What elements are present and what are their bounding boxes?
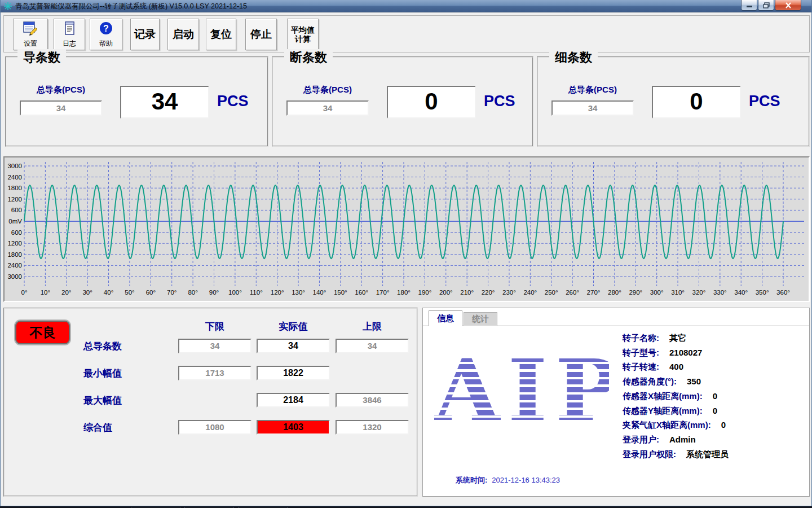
close-button[interactable]	[775, 0, 801, 11]
svg-text:360°: 360°	[776, 289, 790, 296]
toolbar-button-label: 帮助	[99, 39, 113, 49]
minimize-button[interactable]	[741, 0, 757, 11]
status-badge[interactable]: 不良	[15, 321, 70, 344]
svg-text:1800: 1800	[7, 251, 22, 258]
counter-field-label: 总导条(PCS)	[286, 85, 369, 95]
counter-thin-bars: 细条数总导条(PCS)340PCS	[537, 56, 810, 147]
info-field-label: 传感器X轴距离(mm):	[623, 391, 703, 401]
info-field-value: 系统管理员	[686, 449, 729, 459]
toolbar-button-label: 记录	[134, 27, 156, 42]
info-field-login-role: 登录用户权限:系统管理员	[623, 449, 729, 463]
svg-text:110°: 110°	[250, 289, 263, 296]
svg-text:180°: 180°	[397, 289, 411, 296]
info-field-label: 登录用户:	[623, 435, 659, 444]
tab-stats[interactable]: 统计	[464, 312, 497, 326]
svg-text:90°: 90°	[209, 289, 219, 296]
svg-text:?: ?	[103, 24, 109, 33]
toolbar-button-record[interactable]: 记录	[130, 19, 160, 50]
svg-text:170°: 170°	[376, 289, 390, 296]
app-icon	[3, 2, 12, 11]
svg-text:310°: 310°	[671, 289, 685, 296]
svg-text:190°: 190°	[418, 289, 431, 296]
info-field-value: 2108027	[669, 348, 702, 357]
svg-text:30°: 30°	[82, 289, 92, 296]
svg-text:340°: 340°	[734, 289, 748, 296]
svg-text:260°: 260°	[566, 289, 579, 296]
svg-text:10°: 10°	[41, 289, 50, 296]
total-bars-upper-limit[interactable]: 34	[336, 339, 409, 353]
svg-text:1800: 1800	[7, 185, 22, 191]
svg-text:600: 600	[11, 229, 22, 236]
svg-text:60°: 60°	[146, 289, 156, 296]
total-bars-lower-limit[interactable]: 34	[178, 339, 251, 353]
counter-display: 0	[652, 86, 741, 119]
svg-text:0mV: 0mV	[8, 218, 22, 225]
counter-display: 34	[120, 86, 209, 119]
svg-text:40°: 40°	[104, 289, 113, 296]
toolbar-button-label: 日志	[63, 39, 76, 49]
tab-info[interactable]: 信息	[429, 310, 462, 326]
settings-form-icon	[23, 20, 38, 38]
info-field-value: 400	[669, 362, 683, 371]
app-window: 青岛艾普智能仪器有限公司--转子测试系统 (新板) V15.0.0 LSY 20…	[0, 0, 812, 506]
toolbar-button-help[interactable]: ?帮助	[90, 19, 122, 50]
counter-title: 断条数	[284, 49, 333, 66]
counter-total-input[interactable]: 34	[551, 100, 634, 116]
toolbar-button-start[interactable]: 启动	[167, 19, 199, 50]
toolbar-button-label: 设置	[24, 39, 37, 49]
help-icon: ?	[98, 20, 114, 38]
svg-text:270°: 270°	[587, 289, 601, 296]
svg-text:3000: 3000	[7, 163, 22, 169]
system-time-value: 2021-12-16 13:43:23	[492, 476, 560, 484]
svg-text:2400: 2400	[7, 262, 22, 269]
info-field-sensor-angle: 传感器角度(°):350	[623, 376, 701, 391]
info-field-label: 夹紧气缸X轴距离(mm):	[623, 420, 711, 430]
svg-text:200°: 200°	[439, 289, 453, 296]
counter-total-input[interactable]: 34	[286, 100, 369, 116]
taskbar[interactable]	[0, 506, 812, 508]
svg-text:280°: 280°	[608, 289, 621, 296]
svg-text:220°: 220°	[482, 289, 495, 296]
svg-text:210°: 210°	[460, 289, 474, 296]
result-row-label-total-bars: 总导条数	[83, 340, 122, 353]
toolbar-button-average[interactable]: 平均值 计算	[287, 19, 319, 50]
counter-total-input[interactable]: 34	[20, 100, 102, 116]
svg-text:320°: 320°	[692, 289, 706, 296]
info-field-value: Admin	[669, 435, 696, 444]
toolbar-button-reset[interactable]: 复位	[206, 19, 236, 50]
restore-button[interactable]	[758, 0, 774, 11]
max-amplitude-upper-limit[interactable]: 3846	[336, 393, 409, 408]
toolbar-button-settings[interactable]: 设置	[13, 19, 48, 50]
info-field-value: 其它	[669, 333, 686, 343]
toolbar-button-label: 复位	[210, 27, 232, 42]
waveform-line	[24, 185, 783, 259]
composite-upper-limit[interactable]: 1320	[336, 420, 409, 435]
info-field-rotor-speed: 转子转速:400	[623, 362, 683, 376]
info-field-label: 登录用户权限:	[623, 449, 676, 459]
info-field-sensor-y: 传感器Y轴距离(mm):0	[623, 406, 717, 420]
max-amplitude-actual-value: 2184	[257, 393, 330, 408]
info-field-label: 传感器Y轴距离(mm):	[623, 406, 703, 415]
info-field-sensor-x: 传感器X轴距离(mm):0	[623, 391, 717, 405]
counter-broken-bars: 断条数总导条(PCS)340PCS	[272, 56, 533, 147]
title-bar[interactable]: 青岛艾普智能仪器有限公司--转子测试系统 (新板) V15.0.0 LSY 20…	[1, 0, 811, 12]
toolbar-button-stop[interactable]: 停止	[245, 19, 277, 50]
svg-text:350°: 350°	[756, 289, 769, 296]
close-icon	[785, 2, 792, 8]
result-row-label-max-amplitude: 最大幅值	[83, 394, 122, 407]
composite-lower-limit[interactable]: 1080	[178, 420, 251, 435]
min-amplitude-lower-limit[interactable]: 1713	[178, 366, 251, 380]
restore-icon	[763, 2, 770, 8]
result-row-label-min-amplitude: 最小幅值	[83, 367, 122, 380]
toolbar-button-log[interactable]: 日志	[54, 19, 85, 50]
svg-text:1200: 1200	[7, 196, 22, 203]
info-panel: 信息统计 AIP 转子名称:其它转子型号:2108027转子转速:400传感器角…	[422, 308, 810, 497]
info-field-clamp-x: 夹紧气缸X轴距离(mm):0	[623, 420, 726, 434]
counter-field-label: 总导条(PCS)	[551, 85, 634, 95]
info-field-login-user: 登录用户:Admin	[623, 435, 696, 449]
info-field-label: 转子转速:	[623, 362, 659, 371]
svg-text:130°: 130°	[292, 289, 305, 296]
composite-actual-value: 1403	[257, 420, 330, 435]
window-title: 青岛艾普智能仪器有限公司--转子测试系统 (新板) V15.0.0 LSY 20…	[15, 2, 247, 11]
counter-unit-label: PCS	[217, 93, 249, 110]
